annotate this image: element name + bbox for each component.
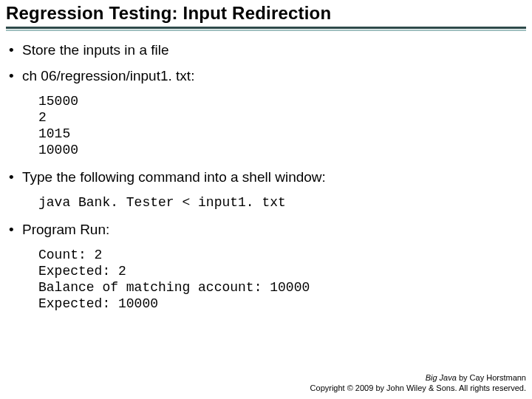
bullet-dot-icon: • (9, 221, 22, 238)
title-rule-dark (6, 27, 526, 29)
bullet-dot-icon: • (9, 67, 22, 84)
bullet-item: • Program Run: (9, 221, 523, 238)
footer: Big Java by Cay Horstmann Copyright © 20… (310, 372, 526, 393)
bullet-dot-icon: • (9, 168, 22, 185)
code-block-command: java Bank. Tester < input1. txt (38, 194, 523, 211)
bullet-item: • ch 06/regression/input1. txt: (9, 67, 523, 84)
slide-title: Regression Testing: Input Redirection (6, 3, 526, 24)
title-rule-light (6, 30, 526, 31)
content-area: • Store the inputs in a file • ch 06/reg… (6, 41, 526, 312)
footer-author: by Cay Horstmann (457, 373, 526, 382)
footer-book-title: Big Java (426, 373, 457, 382)
bullet-text: Program Run: (22, 221, 109, 238)
footer-copyright: Copyright © 2009 by John Wiley & Sons. A… (310, 383, 526, 393)
bullet-item: • Store the inputs in a file (9, 41, 523, 58)
bullet-dot-icon: • (9, 41, 22, 58)
bullet-text: Type the following command into a shell … (22, 168, 326, 185)
bullet-text: ch 06/regression/input1. txt: (22, 67, 194, 84)
bullet-item: • Type the following command into a shel… (9, 168, 523, 185)
bullet-text: Store the inputs in a file (22, 41, 169, 58)
slide: Regression Testing: Input Redirection • … (0, 0, 532, 399)
code-block-output: Count: 2 Expected: 2 Balance of matching… (38, 247, 523, 312)
code-block-input-file: 15000 2 1015 10000 (38, 93, 523, 158)
footer-line-1: Big Java by Cay Horstmann (310, 372, 526, 383)
